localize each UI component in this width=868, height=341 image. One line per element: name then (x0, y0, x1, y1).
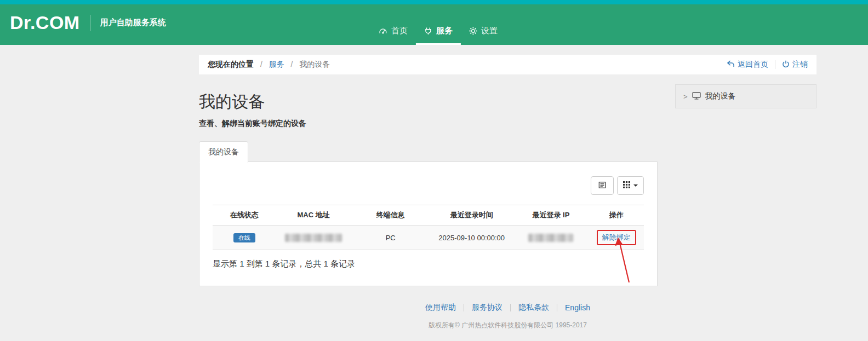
back-home-label: 返回首页 (738, 60, 768, 70)
actions-divider (775, 60, 775, 69)
footer-link-english[interactable]: English (565, 303, 590, 312)
gear-icon (469, 27, 477, 35)
footer-link-privacy[interactable]: 隐私条款 (518, 303, 549, 313)
last-login-time-cell: 2025-09-10 00:00:00 (430, 226, 513, 250)
nav-label: 设置 (481, 26, 498, 36)
back-home-button[interactable]: 返回首页 (727, 60, 768, 70)
column-mac: MAC 地址 (276, 205, 351, 226)
table-toolbar (213, 176, 644, 195)
app-header: Dr.COM 用户自助服务系统 首页 服务 (0, 4, 868, 45)
chevron-down-icon (633, 184, 638, 187)
footer: 使用帮助 服务协议 隐私条款 English 版权所有© 广州热点软件科技股份有… (199, 303, 816, 330)
logout-button[interactable]: 注销 (782, 60, 808, 70)
tab-bar: 我的设备 (199, 141, 658, 162)
columns-dropdown-button[interactable] (617, 176, 644, 195)
mac-address-redacted (285, 234, 342, 242)
main-nav: 首页 服务 设置 (370, 20, 506, 45)
breadcrumb-separator: / (291, 60, 293, 68)
table-header-row: 在线状态 MAC 地址 终端信息 最近登录时间 最近登录 IP 操作 (213, 205, 644, 226)
chevron-right-icon: > (683, 93, 688, 101)
table-row: 在线 PC 2025-09-10 00:00:00 解除绑定 (213, 226, 644, 250)
breadcrumb-separator: / (260, 60, 262, 68)
record-count-summary: 显示第 1 到第 1 条记录，总共 1 条记录 (213, 259, 644, 269)
column-status: 在线状态 (213, 205, 276, 226)
nav-label: 服务 (436, 26, 453, 36)
sidebar-item-my-devices[interactable]: > 我的设备 (675, 84, 816, 108)
devices-panel: 在线状态 MAC 地址 终端信息 最近登录时间 最近登录 IP 操作 在线 P (199, 162, 658, 286)
brand: Dr.COM 用户自助服务系统 (10, 12, 166, 33)
footer-link-terms[interactable]: 服务协议 (472, 303, 502, 313)
annotation-highlight-box: 解除绑定 (597, 230, 636, 245)
footer-link-help[interactable]: 使用帮助 (425, 303, 456, 313)
page-subtitle: 查看、解绑当前账号绑定的设备 (199, 119, 658, 129)
monitor-icon (692, 92, 701, 101)
unbind-device-link[interactable]: 解除绑定 (602, 233, 631, 241)
column-actions: 操作 (589, 205, 644, 226)
breadcrumb-link-service[interactable]: 服务 (269, 60, 284, 68)
return-arrow-icon (727, 60, 735, 69)
footer-divider (510, 304, 511, 311)
footer-divider (557, 304, 557, 311)
breadcrumb-prefix: 您现在的位置 (208, 60, 254, 68)
terminal-info-cell: PC (351, 226, 430, 250)
column-terminal: 终端信息 (351, 205, 430, 226)
logout-label: 注销 (792, 60, 808, 70)
power-icon (782, 60, 790, 70)
footer-divider (464, 304, 464, 311)
system-name: 用户自助服务系统 (100, 18, 166, 28)
page-title: 我的设备 (199, 91, 658, 113)
last-login-ip-redacted (528, 234, 573, 242)
main-content: 我的设备 查看、解绑当前账号绑定的设备 我的设备 (199, 84, 658, 286)
nav-label: 首页 (391, 26, 408, 36)
logo: Dr.COM (10, 12, 80, 33)
brand-divider (90, 15, 90, 31)
service-icon (424, 27, 432, 35)
top-accent-strip (0, 0, 868, 4)
nav-item-service[interactable]: 服务 (416, 20, 461, 45)
right-sidebar: > 我的设备 (675, 84, 816, 108)
tab-my-devices[interactable]: 我的设备 (199, 141, 248, 163)
detail-view-icon (598, 181, 606, 190)
devices-table: 在线状态 MAC 地址 终端信息 最近登录时间 最近登录 IP 操作 在线 P (213, 205, 644, 250)
copyright-text: 版权所有© 广州热点软件科技股份有限公司 1995-2017 (199, 321, 816, 330)
detail-view-button[interactable] (591, 176, 614, 195)
online-status-badge: 在线 (233, 233, 255, 242)
grid-columns-icon (623, 181, 630, 190)
dashboard-icon (379, 27, 387, 35)
breadcrumb-actions: 返回首页 注销 (727, 60, 808, 70)
breadcrumb-bar: 您现在的位置 / 服务 / 我的设备 返回首页 (199, 55, 816, 74)
column-last-login-ip: 最近登录 IP (513, 205, 589, 226)
breadcrumb: 您现在的位置 / 服务 / 我的设备 (208, 60, 330, 70)
sidebar-item-label: 我的设备 (705, 91, 736, 101)
nav-item-home[interactable]: 首页 (370, 20, 416, 45)
breadcrumb-current: 我的设备 (299, 60, 330, 68)
footer-links: 使用帮助 服务协议 隐私条款 English (199, 303, 816, 313)
nav-item-settings[interactable]: 设置 (461, 20, 506, 45)
column-last-login-time: 最近登录时间 (430, 205, 513, 226)
